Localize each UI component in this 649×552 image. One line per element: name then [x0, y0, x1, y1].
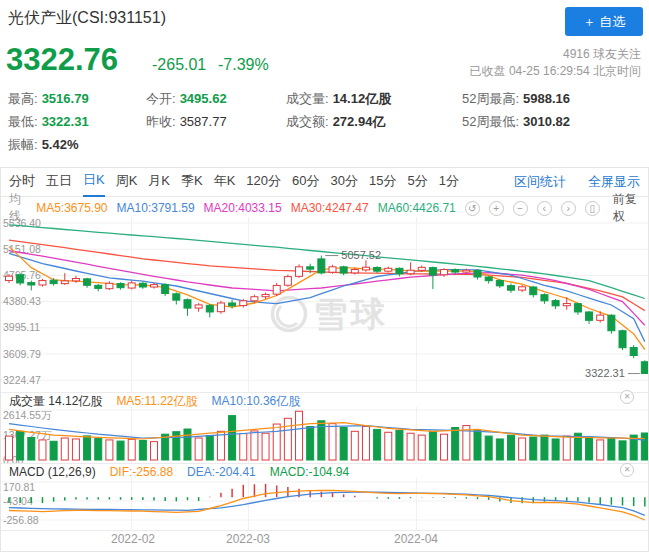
followers-count: 4916 球友关注	[470, 46, 641, 63]
stat-label: 52周最低:	[462, 114, 519, 129]
page-title: 光伏产业(CSI:931151)	[8, 8, 166, 29]
ma5-legend-value: MA5:3675.90	[36, 201, 107, 215]
stat-prev-close: 昨收:3587.77	[146, 113, 286, 136]
ma-legend-row: 均线 MA5:3675.90MA10:3791.59MA20:4033.15MA…	[1, 199, 648, 217]
pan-left-icon[interactable]: ‹	[537, 201, 552, 216]
stat-label: 最高:	[8, 91, 38, 106]
main-price-chart[interactable]: 雪球5536.405151.084765.764380.433995.11360…	[1, 217, 648, 392]
svg-text:170.81: 170.81	[3, 481, 35, 493]
volume-close-button[interactable]: ✕	[620, 390, 634, 404]
stat-label: 52周最高:	[462, 91, 519, 106]
price-change-percent: -7.39%	[218, 56, 269, 74]
dif-line	[9, 490, 645, 520]
x-axis-label: 2022-03	[226, 532, 270, 546]
svg-text:2614.55万: 2614.55万	[3, 409, 52, 421]
stock-detail-page: 光伏产业(CSI:931151) ＋ 自选 3322.76 -265.01 -7…	[0, 0, 649, 552]
pane-divider	[1, 530, 648, 531]
stat-label: 昨收:	[146, 114, 176, 129]
volume-chart[interactable]: 2614.55万1307.27万0.00	[1, 407, 648, 463]
stat-low52w: 52周最低:3010.82	[462, 113, 645, 136]
fullscreen-link[interactable]: 全屏显示	[588, 173, 640, 191]
close-icon: ✕	[624, 465, 631, 474]
stat-label: 最低:	[8, 114, 38, 129]
x-axis-label: 2022-02	[111, 532, 155, 546]
pane-divider	[1, 463, 648, 464]
follow-button[interactable]: ＋ 自选	[565, 7, 643, 36]
quote-stats: 最高:3516.79今开:3495.62成交量:14.12亿股52周最高:598…	[8, 90, 645, 159]
ma-values: MA5:3675.90MA10:3791.59MA20:4033.15MA30:…	[36, 201, 456, 215]
ma10-legend-value: MA10:3791.59	[117, 201, 195, 215]
undo-icon[interactable]: ↺	[465, 201, 480, 216]
stat-label: 振幅:	[8, 137, 38, 152]
price-change: -265.01	[152, 56, 206, 74]
tab-m30[interactable]: 30分	[331, 168, 358, 196]
stat-value: 3322.31	[42, 114, 89, 129]
chart-panel: 分时五日日K周K月K季K年K120分60分30分15分5分1分区间统计全屏显示 …	[0, 167, 649, 552]
stat-high52w: 52周最高:5988.16	[462, 90, 645, 113]
ma30-legend-value: MA30:4247.47	[291, 201, 369, 215]
stat-amplitude: 振幅:5.42%	[8, 136, 146, 159]
stat-value: 5.42%	[42, 137, 79, 152]
macd-axis-labels: 170.81-43.04-256.88	[3, 481, 39, 526]
tab-jik[interactable]: 季K	[181, 168, 203, 196]
stat-value: 5988.16	[523, 91, 570, 106]
svg-text:4380.43: 4380.43	[3, 295, 41, 307]
x-axis-label: 2022-04	[394, 532, 438, 546]
stat-volume: 成交量:14.12亿股	[286, 90, 462, 113]
volume-ma5-line	[9, 423, 645, 439]
tab-m1[interactable]: 1分	[439, 168, 459, 196]
market-status: 已收盘 04-25 16:29:54 北京时间	[470, 63, 641, 80]
svg-text:雪球: 雪球	[313, 295, 389, 333]
stat-high: 最高:3516.79	[8, 90, 146, 113]
macd-histogram	[9, 484, 645, 507]
stat-turnover: 成交额:272.94亿	[286, 113, 462, 136]
tab-rik[interactable]: 日K	[83, 167, 105, 197]
stat-value: 272.94亿	[333, 114, 386, 129]
period-tabs: 分时五日日K周K月K季K年K120分60分30分15分5分1分区间统计全屏显示	[1, 168, 648, 197]
stat-value: 3516.79	[42, 91, 89, 106]
stat-label: 今开:	[146, 91, 176, 106]
stat-value: 3587.77	[180, 114, 227, 129]
price-annotation: 5057.52	[325, 249, 381, 261]
pan-right-icon[interactable]: ›	[561, 201, 576, 216]
stat-value: 14.12亿股	[333, 91, 392, 106]
stat-value: 3010.82	[523, 114, 570, 129]
macd-close-button[interactable]: ✕	[620, 463, 634, 477]
svg-text:3995.11: 3995.11	[3, 321, 40, 333]
tab-yuek[interactable]: 月K	[148, 168, 170, 196]
ma60-legend-value: MA60:4426.71	[378, 201, 456, 215]
quote-meta: 4916 球友关注 已收盘 04-25 16:29:54 北京时间	[470, 46, 641, 80]
stat-low: 最低:3322.31	[8, 113, 146, 136]
zoom-out-icon[interactable]: −	[513, 201, 528, 216]
close-icon: ✕	[624, 392, 631, 401]
tab-wuri[interactable]: 五日	[46, 168, 72, 196]
stat-label: 成交额:	[286, 114, 329, 129]
zoom-in-icon[interactable]: +	[489, 201, 504, 216]
svg-text:3224.47: 3224.47	[3, 374, 41, 386]
range-stats-link[interactable]: 区间统计	[514, 173, 566, 191]
tab-m120[interactable]: 120分	[246, 168, 281, 196]
stat-value: 3495.62	[180, 91, 227, 106]
ma20-legend-value: MA20:4033.15	[204, 201, 282, 215]
stat-label: 成交量:	[286, 91, 329, 106]
tab-m5[interactable]: 5分	[407, 168, 427, 196]
macd-chart[interactable]: 170.81-43.04-256.88	[1, 477, 648, 530]
x-axis: 2022-022022-032022-04	[1, 532, 648, 548]
svg-text:3609.79: 3609.79	[3, 348, 41, 360]
screenshot-icon[interactable]: ▯	[585, 201, 600, 216]
tab-zhouk[interactable]: 周K	[116, 168, 138, 196]
tab-niank[interactable]: 年K	[214, 168, 236, 196]
svg-text:-43.04: -43.04	[3, 495, 33, 507]
svg-text:5057.52: 5057.52	[341, 249, 381, 261]
svg-text:-256.88: -256.88	[3, 514, 39, 526]
price-annotation: 3322.31	[585, 367, 640, 379]
tab-m15[interactable]: 15分	[369, 168, 396, 196]
tab-m60[interactable]: 60分	[292, 168, 319, 196]
stat-open: 今开:3495.62	[146, 90, 286, 113]
volume-pane-header: 成交量 14.12亿股MA5:11.22亿股MA10:10.36亿股	[9, 394, 300, 408]
chart-toolbar: ↺+−‹›▯	[465, 201, 600, 216]
dea-line	[9, 492, 645, 515]
last-price: 3322.76	[6, 42, 118, 78]
svg-text:3322.31: 3322.31	[585, 367, 625, 379]
